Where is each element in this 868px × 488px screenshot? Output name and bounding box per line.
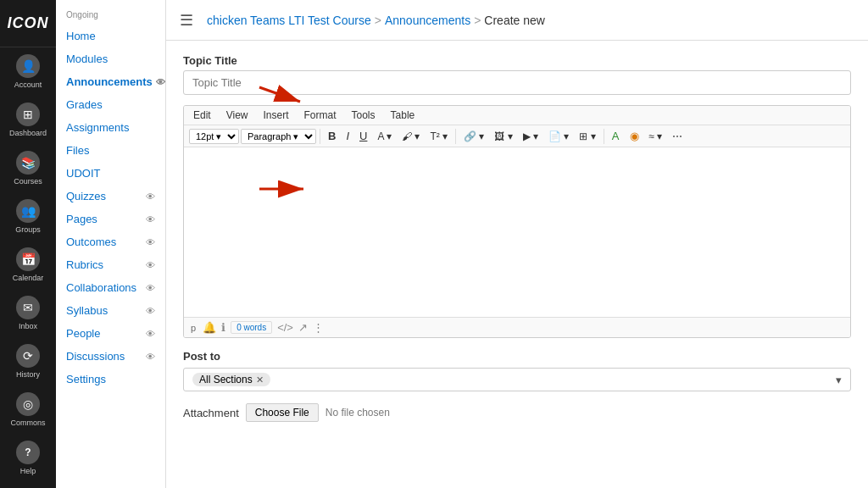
nav-item-dashboard[interactable]: ⊞ Dashboard	[0, 96, 56, 144]
hamburger-icon[interactable]: ☰	[180, 11, 193, 30]
eye-icon-discussions: 👁	[146, 352, 155, 362]
rich-text-editor: Edit View Insert Format Tools Table 12pt…	[183, 105, 851, 338]
nav-item-courses[interactable]: 📚 Courses	[0, 144, 56, 192]
menu-view[interactable]: View	[224, 108, 251, 123]
bold-button[interactable]: B	[324, 128, 340, 144]
sidebar-label-home: Home	[66, 30, 96, 42]
nav-item-commons[interactable]: ◎ Commons	[0, 385, 56, 434]
nav-item-calendar[interactable]: 📅 Calendar	[0, 241, 56, 289]
lms-button[interactable]: ◉	[626, 128, 643, 144]
toolbar-separator-1	[320, 129, 320, 144]
more-options-icon[interactable]: ⋮	[313, 321, 324, 334]
sidebar-label-assignments: Assignments	[66, 121, 129, 134]
commons-icon: ◎	[16, 392, 40, 416]
accessibility-button[interactable]: A	[608, 128, 624, 144]
sidebar-item-quizzes[interactable]: Quizzes 👁	[56, 185, 165, 208]
menu-insert[interactable]: Insert	[260, 108, 291, 123]
sidebar-item-rubrics[interactable]: Rubrics 👁	[56, 253, 165, 276]
sidebar-label-modules: Modules	[66, 53, 108, 65]
choose-file-button[interactable]: Choose File	[246, 403, 319, 422]
main-content: ☰ chicken Teams LTI Test Course > Announ…	[166, 0, 868, 488]
sidebar-label-rubrics: Rubrics	[66, 258, 103, 271]
sidebar-item-people[interactable]: People 👁	[56, 322, 165, 345]
info-icon[interactable]: ℹ	[221, 321, 225, 334]
app-logo[interactable]: ICON	[0, 0, 56, 47]
sidebar-item-outcomes[interactable]: Outcomes 👁	[56, 230, 165, 253]
accessibility-check-icon[interactable]: 🔔	[203, 321, 216, 334]
editor-footer-icons: 🔔 ℹ 0 words </> ↗ ⋮	[203, 321, 324, 334]
inbox-icon: ✉	[16, 296, 40, 319]
menu-table[interactable]: Table	[388, 108, 418, 123]
sidebar-item-modules[interactable]: Modules	[56, 47, 165, 70]
word-count: 0 words	[231, 321, 272, 334]
course-sidebar: Ongoing Home Modules Announcements 👁 Gra…	[56, 0, 166, 488]
sections-dropdown[interactable]: All Sections ✕ ▾	[183, 368, 851, 391]
fullscreen-icon[interactable]: ↗	[298, 321, 308, 334]
help-icon: ?	[16, 441, 40, 464]
font-color-button[interactable]: A ▾	[373, 129, 396, 144]
sidebar-item-settings[interactable]: Settings	[56, 368, 165, 391]
sidebar-item-pages[interactable]: Pages 👁	[56, 208, 165, 230]
sidebar-item-discussions[interactable]: Discussions 👁	[56, 345, 165, 368]
sidebar-item-assignments[interactable]: Assignments	[56, 116, 165, 139]
nav-item-help[interactable]: ? Help	[0, 434, 56, 482]
nav-item-history[interactable]: ⟳ History	[0, 337, 56, 385]
eye-icon-syllabus: 👁	[146, 306, 155, 316]
topic-title-input[interactable]	[183, 70, 851, 95]
underline-button[interactable]: U	[355, 128, 371, 144]
groups-icon: 👥	[16, 199, 40, 223]
breadcrumb-section[interactable]: Announcements	[385, 14, 470, 27]
code-icon[interactable]: </>	[277, 321, 293, 334]
sidebar-label-discussions: Discussions	[66, 350, 125, 363]
sidebar-item-files[interactable]: Files	[56, 139, 165, 162]
editor-body[interactable]	[184, 147, 850, 317]
nav-item-groups[interactable]: 👥 Groups	[0, 192, 56, 241]
breadcrumb-course[interactable]: chicken Teams LTI Test Course	[207, 14, 371, 27]
font-size-select[interactable]: 12pt ▾	[189, 129, 239, 144]
sidebar-label-grades: Grades	[66, 98, 103, 111]
nav-label-courses: Courses	[14, 177, 42, 186]
remove-section-button[interactable]: ✕	[256, 374, 264, 385]
nav-label-inbox: Inbox	[19, 322, 37, 330]
nav-label-groups: Groups	[15, 225, 41, 234]
sidebar-label-syllabus: Syllabus	[66, 304, 108, 317]
sidebar-item-syllabus[interactable]: Syllabus 👁	[56, 299, 165, 322]
nav-label-calendar: Calendar	[13, 274, 44, 282]
sidebar-item-collaborations[interactable]: Collaborations 👁	[56, 276, 165, 299]
menu-format[interactable]: Format	[302, 108, 339, 123]
more-button[interactable]: ⋯	[668, 129, 687, 144]
document-button[interactable]: 📄 ▾	[544, 129, 573, 144]
sidebar-item-home[interactable]: Home	[56, 25, 165, 47]
breadcrumb: chicken Teams LTI Test Course > Announce…	[207, 14, 545, 27]
attachment-section: Attachment Choose File No file chosen	[183, 403, 851, 422]
editor-menu-bar: Edit View Insert Format Tools Table	[184, 106, 850, 125]
nav-label-history: History	[16, 370, 40, 379]
superscript-button[interactable]: T² ▾	[426, 129, 452, 144]
content-area: Topic Title Edit View Insert Format Tool…	[166, 41, 868, 488]
dropdown-arrow-icon: ▾	[836, 374, 842, 386]
media-button[interactable]: ▶ ▾	[519, 129, 542, 144]
all-sections-tag: All Sections ✕	[192, 373, 270, 386]
all-sections-label: All Sections	[199, 374, 253, 385]
sidebar-label-pages: Pages	[66, 213, 97, 225]
italic-button[interactable]: I	[342, 128, 353, 144]
menu-edit[interactable]: Edit	[191, 108, 214, 123]
eye-icon-people: 👁	[146, 329, 155, 339]
nav-label-commons: Commons	[10, 419, 45, 427]
editor-toolbar: 12pt ▾ Paragraph ▾ B I U A ▾ 🖌 ▾ T² ▾ 🔗 …	[184, 125, 850, 147]
sidebar-item-grades[interactable]: Grades	[56, 93, 165, 116]
nav-item-inbox[interactable]: ✉ Inbox	[0, 289, 56, 337]
link-button[interactable]: 🔗 ▾	[459, 129, 488, 144]
sidebar-item-announcements[interactable]: Announcements 👁	[56, 70, 165, 93]
image-button[interactable]: 🖼 ▾	[490, 129, 516, 144]
nav-label-help: Help	[20, 467, 36, 475]
breadcrumb-sep2: >	[474, 14, 481, 27]
highlight-button[interactable]: 🖌 ▾	[398, 129, 424, 144]
format-button[interactable]: ≈ ▾	[645, 129, 667, 144]
eye-icon-quizzes: 👁	[146, 191, 155, 202]
table-button[interactable]: ⊞ ▾	[575, 129, 599, 144]
sidebar-item-udoit[interactable]: UDOIT	[56, 162, 165, 185]
menu-tools[interactable]: Tools	[349, 108, 378, 123]
nav-item-account[interactable]: 👤 Account	[0, 47, 56, 96]
paragraph-select[interactable]: Paragraph ▾	[241, 129, 316, 144]
